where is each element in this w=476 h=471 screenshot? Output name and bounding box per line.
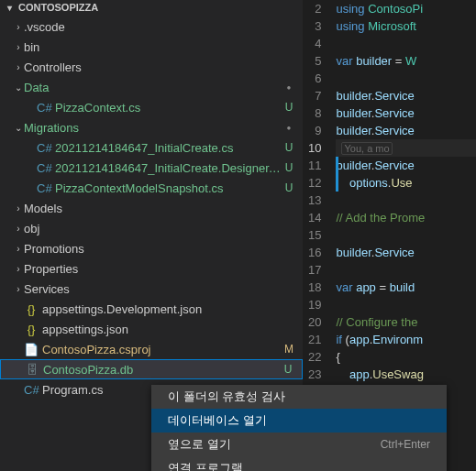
line-number: 13: [308, 192, 321, 209]
tree-folder[interactable]: ›Promotions: [0, 238, 303, 258]
line-number: 10: [308, 139, 321, 157]
line-number: 9: [308, 122, 321, 139]
tree-item-label: ContosoPizza.csproj: [42, 343, 282, 356]
chevron-right-icon: ›: [13, 284, 24, 294]
tree-folder[interactable]: ›Models: [0, 198, 303, 218]
menu-item-label: 데이터베이스 열기: [168, 412, 267, 429]
tree-item-label: PizzaContext.cs: [55, 101, 282, 115]
tree-item-label: bin: [24, 40, 282, 54]
line-number: 7: [308, 87, 321, 104]
line-number: 17: [308, 261, 321, 279]
chevron-down-icon: ⌄: [13, 82, 24, 93]
tree-file[interactable]: C#20211214184647_InitialCreate.csU: [0, 137, 303, 158]
code-line[interactable]: builder.Service: [336, 104, 476, 122]
line-number: 6: [308, 70, 321, 87]
untracked-badge: U: [282, 141, 295, 154]
file-tree: ›.vscode›bin›Controllers⌄Data●C#PizzaCon…: [0, 15, 303, 400]
code-line[interactable]: You, a mo: [336, 139, 476, 157]
line-number: 22: [308, 348, 321, 366]
code-line[interactable]: [336, 296, 476, 313]
code-line[interactable]: var builder = W: [336, 52, 476, 70]
code-line[interactable]: [336, 261, 476, 279]
code-line[interactable]: app.UseSwag: [336, 366, 476, 383]
tree-item-label: appsettings.json: [42, 323, 282, 336]
code-line[interactable]: builder.Service: [336, 122, 476, 139]
modified-badge: M: [282, 343, 295, 356]
untracked-badge: U: [282, 363, 294, 376]
database-file-icon: 🗄: [25, 363, 39, 377]
code-line[interactable]: options.Use: [336, 174, 476, 192]
tree-file[interactable]: 🗄ContosoPizza.dbU: [0, 359, 303, 379]
tree-item-label: Controllers: [24, 60, 282, 74]
tree-folder[interactable]: ›obj: [0, 218, 303, 238]
line-number: 5: [308, 52, 321, 70]
code-line[interactable]: {: [336, 348, 476, 366]
untracked-badge: U: [282, 161, 295, 174]
tree-folder[interactable]: ›Controllers: [0, 57, 303, 77]
tree-item-label: Promotions: [24, 242, 282, 256]
code-line[interactable]: [336, 35, 476, 52]
tree-file[interactable]: C#20211214184647_InitialCreate.Designer.…: [0, 158, 303, 178]
tree-folder[interactable]: ⌄Migrations●: [0, 117, 303, 137]
line-number: 23: [308, 366, 321, 383]
context-menu-item[interactable]: 연결 프로그램: [151, 456, 447, 471]
csharp-file-icon: C#: [37, 141, 51, 155]
csharp-file-icon: C#: [37, 101, 51, 115]
modified-dot-icon: ●: [282, 124, 295, 132]
code-line[interactable]: // Add the Prome: [336, 209, 476, 226]
tree-folder[interactable]: ›Properties: [0, 258, 303, 279]
line-number: 18: [308, 279, 321, 296]
code-line[interactable]: using Microsoft: [336, 17, 476, 35]
context-menu-item[interactable]: 데이터베이스 열기: [151, 409, 447, 433]
context-menu[interactable]: 이 폴더의 유효성 검사데이터베이스 열기옆으로 열기Ctrl+Enter연결 …: [151, 385, 447, 471]
code-line[interactable]: if (app.Environm: [336, 331, 476, 348]
menu-item-label: 이 폴더의 유효성 검사: [168, 389, 285, 405]
chevron-right-icon: ›: [13, 22, 24, 32]
chevron-right-icon: ›: [13, 244, 24, 254]
chevron-down-icon: ▾: [4, 3, 15, 13]
tree-folder[interactable]: ›Services: [0, 279, 303, 299]
modified-dot-icon: ●: [282, 83, 295, 92]
csharp-file-icon: C#: [37, 161, 51, 175]
menu-item-label: 옆으로 열기: [168, 436, 231, 453]
code-line[interactable]: // Configure the: [336, 313, 476, 331]
tree-item-label: Services: [24, 282, 282, 296]
tree-file[interactable]: C#PizzaContextModelSnapshot.csU: [0, 178, 303, 198]
line-number: 4: [308, 35, 321, 52]
line-number: 15: [308, 226, 321, 244]
untracked-badge: U: [282, 181, 295, 194]
tree-folder[interactable]: ⌄Data●: [0, 77, 303, 97]
line-number: 19: [308, 296, 321, 313]
tree-file[interactable]: C#PizzaContext.csU: [0, 97, 303, 117]
line-number: 8: [308, 104, 321, 122]
code-line[interactable]: builder.Service: [336, 87, 476, 104]
tree-file[interactable]: 📄ContosoPizza.csprojM: [0, 339, 303, 359]
menu-shortcut: Ctrl+Enter: [381, 438, 430, 451]
tree-file[interactable]: {}appsettings.json: [0, 319, 303, 339]
code-line[interactable]: [336, 70, 476, 87]
tree-item-label: ContosoPizza.db: [43, 363, 282, 377]
line-number: 20: [308, 313, 321, 331]
code-line[interactable]: [336, 226, 476, 244]
csharp-file-icon: C#: [37, 181, 51, 195]
line-number: 21: [308, 331, 321, 348]
code-line[interactable]: [336, 192, 476, 209]
code-line[interactable]: builder.Service: [336, 157, 476, 174]
code-line[interactable]: var app = build: [336, 279, 476, 296]
tree-folder[interactable]: ›.vscode: [0, 16, 303, 37]
code-line[interactable]: builder.Service: [336, 244, 476, 261]
tree-folder[interactable]: ›bin: [0, 37, 303, 57]
project-header[interactable]: ▾ CONTOSOPIZZA: [0, 0, 303, 15]
csproj-file-icon: 📄: [24, 343, 39, 356]
context-menu-item[interactable]: 옆으로 열기Ctrl+Enter: [151, 433, 447, 456]
chevron-right-icon: ›: [13, 264, 24, 274]
context-menu-item[interactable]: 이 폴더의 유효성 검사: [151, 385, 447, 409]
code-line[interactable]: using ContosoPi: [336, 0, 476, 17]
tree-item-label: appsettings.Development.json: [42, 302, 282, 316]
chevron-right-icon: ›: [13, 224, 24, 234]
tree-file[interactable]: {}appsettings.Development.json: [0, 299, 303, 319]
line-number: 3: [308, 17, 321, 35]
csharp-file-icon: C#: [24, 383, 39, 397]
chevron-right-icon: ›: [13, 42, 24, 52]
tree-item-label: Models: [24, 202, 282, 215]
